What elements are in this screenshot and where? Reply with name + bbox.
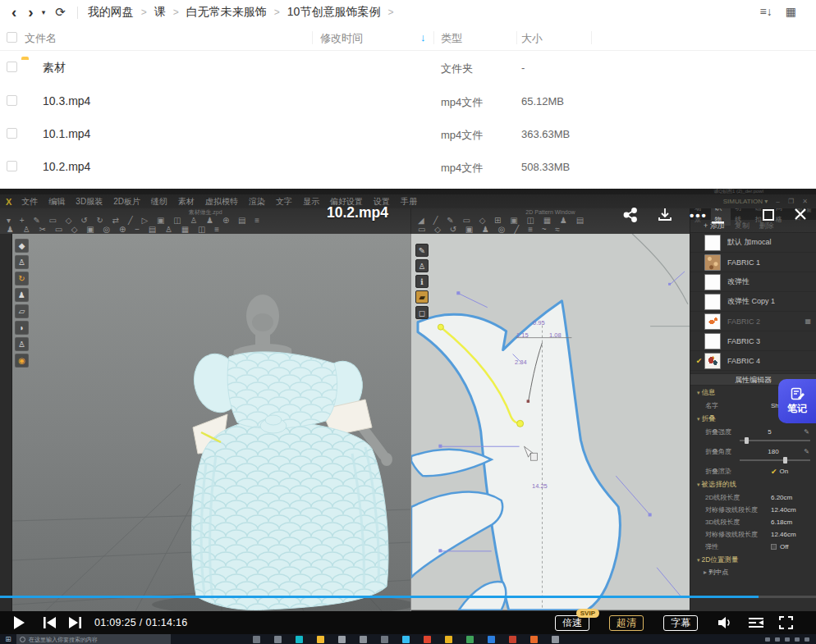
- pos-to-midpoint: 到中点: [690, 567, 816, 578]
- back-button[interactable]: ‹: [11, 3, 16, 21]
- fullscreen-icon[interactable]: [779, 616, 793, 629]
- sort-icon[interactable]: ≡↓: [760, 5, 772, 18]
- refresh-icon[interactable]: ⟳: [55, 5, 66, 20]
- table-row-video[interactable]: 10.3.mp4 mp4文件 65.12MB: [0, 84, 816, 117]
- md-3d-side-toolbar: ◆ ♙ ↻ ♟ ▱ ◗ ♙ ◉: [15, 239, 29, 368]
- file-type: mp4文件: [441, 161, 483, 176]
- md-2d-viewport: 0.95 1.15 1.08 2.84 14.25 ✎ ♙ ℹ ▰ ◻: [410, 234, 690, 611]
- row-checkbox[interactable]: [7, 62, 17, 72]
- file-size: 363.63MB: [521, 128, 570, 140]
- breadcrumb-separator: >: [387, 7, 393, 18]
- start-button[interactable]: ⊞: [0, 634, 16, 644]
- list-tools: ≡↓ ▦: [760, 5, 796, 18]
- md-menu-display: 显示: [303, 196, 319, 208]
- speed-button[interactable]: 倍速 SVIP: [555, 615, 589, 631]
- file-name[interactable]: 素材: [43, 61, 66, 75]
- column-modified[interactable]: 修改时间: [320, 31, 363, 46]
- md-menu-3d-garment: 3D服装: [76, 196, 103, 208]
- file-type: mp4文件: [441, 128, 483, 143]
- history-dropdown-icon[interactable]: ▾: [42, 8, 46, 16]
- 3d-scene: [12, 234, 410, 611]
- md-sync-icon: ↻: [15, 272, 29, 285]
- column-size[interactable]: 大小: [521, 31, 543, 46]
- breadcrumb-current-folder[interactable]: 10节创意服饰案例: [287, 5, 381, 20]
- fabric-list-item: FABRIC 1: [690, 253, 816, 272]
- file-manager-toolbar: ‹ › ▾ ⟳ 我的网盘 > 课 > 白无常未来服饰 > 10节创意服饰案例 >…: [0, 0, 816, 25]
- md-avatar-icon: ♟: [15, 288, 29, 302]
- fold-render-value: On: [780, 468, 789, 475]
- windows-taskbar: ⊞ 在这里输入你要搜索的内容: [0, 634, 816, 644]
- play-button[interactable]: [13, 616, 25, 629]
- md-info-icon: ℹ: [415, 275, 429, 288]
- file-name[interactable]: 10.3.mp4: [43, 94, 90, 107]
- volume-icon[interactable]: [717, 616, 733, 629]
- fabric-list-item: 改弹性: [690, 272, 816, 292]
- taskbar-search[interactable]: 在这里输入你要搜索的内容: [16, 634, 171, 644]
- md-menu-sewing: 缝纫: [151, 196, 167, 208]
- md-pen-icon: ✎: [415, 244, 429, 257]
- table-row-folder[interactable]: 素材 文件夹 -: [0, 51, 816, 84]
- maximize-button[interactable]: [762, 208, 775, 225]
- table-row-video[interactable]: 10.2.mp4 mp4文件 508.33MB: [0, 150, 816, 183]
- md-3d-toolbar-row2: ♟ ♙ ✂ ▭ ◇ ▣ ◎ ⊕ − ▤ ♙ ▦ ◫ ≡: [0, 225, 410, 234]
- md-document-title: 诚Q贴图1 (2)_der.powl: [713, 189, 763, 194]
- md-shirt-icon: ♙: [415, 259, 429, 272]
- breadcrumb-my-drive[interactable]: 我的网盘: [88, 5, 134, 20]
- column-type[interactable]: 类型: [441, 31, 462, 46]
- playlist-icon[interactable]: [748, 617, 764, 628]
- forward-button[interactable]: ›: [28, 3, 33, 21]
- file-size: -: [521, 62, 525, 74]
- video-frame[interactable]: 诚Q贴图1 (2)_der.powl X 文件 编辑 3D服装 2D板片 缝纫 …: [0, 189, 816, 611]
- file-size: 65.12MB: [521, 95, 564, 107]
- fold-angle-slider: [740, 459, 810, 461]
- prop-name-label: 名字: [705, 401, 771, 410]
- taskbar-tray[interactable]: [765, 637, 809, 642]
- row-checkbox[interactable]: [7, 128, 17, 139]
- download-icon[interactable]: [657, 207, 673, 226]
- measurement-label: 1.15: [516, 331, 529, 339]
- fabric-list-item: 改弹性 Copy 1: [690, 292, 816, 312]
- next-button[interactable]: [69, 617, 82, 628]
- player-controls: 01:09:25 / 01:14:16 倍速 SVIP 超清 字幕: [0, 611, 816, 634]
- divider: [312, 31, 313, 44]
- fabric-list-item: FABRIC 2 ▦: [690, 312, 816, 331]
- note-icon: [791, 387, 805, 400]
- fabric-grid-icon: ▦: [805, 317, 811, 325]
- md-dim-icon: ◻: [415, 306, 429, 319]
- row-checkbox[interactable]: [7, 95, 17, 106]
- row-checkbox[interactable]: [7, 161, 17, 171]
- file-name[interactable]: 10.2.mp4: [43, 160, 90, 173]
- md-menu-text: 文字: [276, 196, 292, 208]
- md-menu-2d-pattern: 2D板片: [113, 196, 140, 208]
- file-table-header: 文件名 修改时间 ↓ 类型 大小: [0, 25, 816, 51]
- subtitle-button[interactable]: 字幕: [663, 615, 698, 631]
- md-copy-fabric: 复制: [735, 221, 750, 231]
- share-icon[interactable]: [622, 207, 639, 226]
- quality-button[interactable]: 超清: [609, 615, 644, 631]
- table-row-video[interactable]: 10.1.mp4 mp4文件 363.63MB: [0, 117, 816, 150]
- md-3d-viewport: ◆ ♙ ↻ ♟ ▱ ◗ ♙ ◉: [12, 234, 410, 611]
- sort-desc-icon[interactable]: ↓: [420, 31, 426, 43]
- breadcrumb-course[interactable]: 课: [154, 5, 166, 20]
- measurement-label: 2.84: [515, 359, 527, 366]
- column-filename[interactable]: 文件名: [25, 31, 57, 46]
- seek-bar-played: [0, 596, 759, 598]
- breadcrumb-folder[interactable]: 白无常未来服饰: [186, 5, 267, 20]
- screen: ‹ › ▾ ⟳ 我的网盘 > 课 > 白无常未来服饰 > 10节创意服饰案例 >…: [0, 0, 816, 644]
- time-display: 01:09:25 / 01:14:16: [94, 617, 187, 628]
- select-all-checkbox[interactable]: [7, 32, 17, 43]
- fold-strength-slider: [740, 440, 810, 441]
- taskbar-apps[interactable]: [253, 635, 559, 643]
- notes-button[interactable]: 笔记: [778, 379, 816, 423]
- file-type: 文件夹: [441, 62, 473, 76]
- more-options-icon[interactable]: •••: [690, 208, 708, 222]
- divider: [591, 31, 592, 44]
- divider: [433, 31, 434, 44]
- close-button[interactable]: [793, 207, 808, 225]
- player-title: 10.2.mp4: [327, 204, 388, 222]
- previous-button[interactable]: [43, 617, 56, 628]
- minimize-button[interactable]: [711, 213, 726, 228]
- view-grid-icon[interactable]: ▦: [786, 5, 796, 18]
- seek-bar[interactable]: [0, 596, 816, 598]
- file-name[interactable]: 10.1.mp4: [43, 127, 90, 140]
